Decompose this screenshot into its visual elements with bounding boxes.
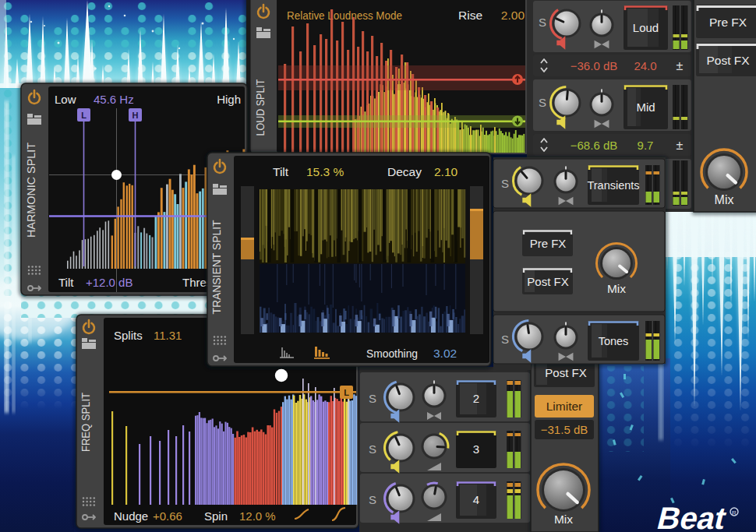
svg-text:S: S (501, 177, 509, 190)
svg-text:9.7: 9.7 (638, 139, 654, 152)
svg-text:Rise: Rise (458, 9, 482, 22)
svg-text:Pre FX: Pre FX (530, 237, 567, 250)
svg-text:Relative Loudness Mode: Relative Loudness Mode (287, 9, 402, 22)
svg-text:Post FX: Post FX (527, 275, 568, 288)
svg-text:Tones: Tones (599, 335, 629, 347)
svg-text:±: ± (677, 139, 684, 152)
svg-text:TRANSIENT SPLIT: TRANSIENT SPLIT (210, 220, 223, 314)
svg-text:4: 4 (473, 493, 479, 506)
svg-text:−68.6 dB: −68.6 dB (571, 139, 617, 152)
svg-text:Spin: Spin (204, 509, 228, 523)
svg-text:Post FX: Post FX (545, 366, 586, 379)
svg-text:Decay: Decay (387, 165, 422, 178)
svg-text:S: S (369, 493, 376, 506)
svg-text:−36.0 dB: −36.0 dB (571, 59, 617, 72)
svg-text:Smoothing: Smoothing (366, 347, 418, 360)
svg-text:3: 3 (473, 442, 479, 456)
svg-text:−31.5 dB: −31.5 dB (541, 423, 588, 436)
svg-text:2: 2 (473, 392, 479, 405)
svg-text:L: L (344, 388, 349, 397)
svg-text:11.31: 11.31 (154, 329, 182, 342)
svg-text:Limiter: Limiter (546, 400, 583, 413)
svg-text:FREQ SPLIT: FREQ SPLIT (79, 393, 92, 452)
svg-text:2.10: 2.10 (434, 165, 458, 178)
svg-text:Nudge: Nudge (114, 509, 148, 523)
svg-text:Mix: Mix (607, 282, 626, 295)
svg-text:LOUD SPLIT: LOUD SPLIT (253, 79, 267, 136)
svg-text:45.6 Hz: 45.6 Hz (94, 93, 134, 106)
svg-text:3.02: 3.02 (433, 347, 457, 360)
svg-text:Loud: Loud (633, 21, 659, 34)
svg-text:L: L (81, 111, 87, 120)
svg-text:Splits: Splits (114, 329, 143, 342)
svg-text:S: S (539, 16, 546, 29)
svg-text:S: S (539, 96, 546, 109)
svg-text:HARMONIC SPLIT: HARMONIC SPLIT (24, 143, 37, 238)
svg-text:Mid: Mid (636, 100, 655, 114)
svg-text:15.3 %: 15.3 % (306, 165, 344, 178)
svg-text:Mix: Mix (554, 513, 573, 526)
svg-text:R: R (732, 509, 737, 516)
svg-text:S: S (369, 442, 376, 456)
svg-text:+12.0 dB: +12.0 dB (86, 276, 132, 289)
svg-text:Beat: Beat (654, 501, 730, 532)
svg-text:+0.66: +0.66 (153, 509, 182, 523)
svg-text:±: ± (677, 59, 684, 72)
svg-text:Mix: Mix (715, 193, 734, 206)
svg-text:High: High (217, 93, 241, 106)
svg-text:Post FX: Post FX (706, 54, 750, 67)
svg-text:S: S (369, 392, 376, 405)
svg-text:12.0 %: 12.0 % (239, 509, 276, 523)
svg-text:Low: Low (55, 93, 76, 106)
svg-text:2.00: 2.00 (501, 9, 525, 22)
svg-text:Pre FX: Pre FX (709, 16, 747, 29)
svg-text:Tilt: Tilt (273, 165, 289, 178)
svg-text:Transients: Transients (587, 179, 639, 192)
svg-text:S: S (501, 333, 509, 346)
svg-text:24.0: 24.0 (634, 59, 656, 72)
svg-text:H: H (132, 111, 139, 120)
svg-text:Tilt: Tilt (58, 276, 74, 289)
